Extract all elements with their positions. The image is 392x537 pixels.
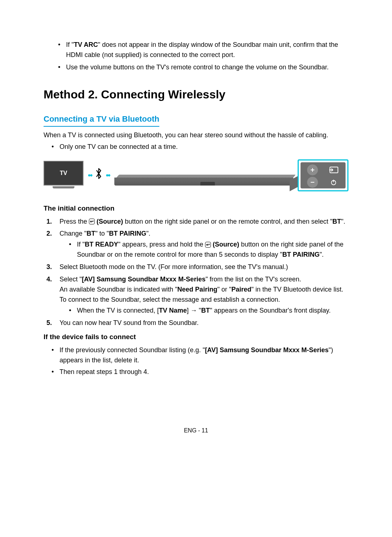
bt-ready-label: BT READY	[85, 241, 118, 248]
top-bullet-list: If "TV ARC" does not appear in the displ…	[44, 40, 348, 73]
volume-up-icon	[307, 164, 318, 175]
initial-connection-heading: The initial connection	[44, 203, 348, 213]
side-panel-callout	[298, 159, 348, 191]
step-5: You can now hear TV sound from the Sound…	[44, 318, 348, 328]
top-bullet-2: Use the volume buttons on the TV's remot…	[58, 62, 348, 73]
text: " to "	[95, 230, 109, 237]
step-1: Press the (Source) button on the right s…	[44, 217, 348, 227]
signal-dots-right: ••	[106, 169, 110, 182]
power-icon	[324, 177, 343, 188]
text: ".	[319, 251, 323, 258]
tv-screen: TV	[44, 161, 83, 186]
text: If "	[66, 41, 74, 48]
soundbar-icon	[114, 175, 293, 189]
intro-bullet: Only one TV can be connected at a time.	[52, 142, 348, 152]
intro-text: When a TV is connected using Bluetooth, …	[44, 130, 348, 141]
text: " appears on the Soundbar's front displa…	[210, 307, 331, 314]
text: An available Soundbar is indicated with …	[60, 286, 177, 293]
step-2-sub-bullet: If "BT READY" appears, press and hold th…	[69, 240, 348, 260]
text: " does not appear in the display window …	[66, 41, 338, 58]
device-name-label: [AV] Samsung Soundbar Mxxx M-Series	[205, 346, 329, 354]
bt-label: BT	[201, 307, 210, 314]
tv-name-label: TV Name	[159, 307, 187, 314]
bt-pairing-label: BT PAIRING	[109, 230, 146, 237]
side-panel	[301, 162, 346, 188]
bluetooth-icon	[95, 166, 103, 185]
fail-heading: If the device fails to connect	[44, 331, 348, 342]
text: Press the	[60, 218, 89, 225]
connection-diagram: TV •• ••	[44, 159, 348, 192]
tv-arc-label: TV ARC	[74, 41, 98, 48]
text: If "	[77, 241, 85, 248]
source-button-icon	[205, 242, 211, 248]
text: " from the list on the TV's screen.	[205, 276, 301, 283]
text: ".	[341, 218, 345, 225]
method-heading: Method 2. Connecting Wirelessly	[44, 86, 348, 104]
step-3: Select Bluetooth mode on the TV. (For mo…	[44, 262, 348, 272]
bt-label: BT	[86, 230, 95, 237]
text: Select "	[60, 276, 82, 283]
source-icon	[324, 164, 343, 175]
text: Change "	[60, 230, 86, 237]
source-button-icon	[89, 219, 95, 224]
source-label: (Source)	[211, 241, 239, 248]
text: ] → "	[187, 307, 201, 314]
signal-dots-left: ••	[88, 169, 92, 182]
fail-list: If the previously connected Soundbar lis…	[44, 345, 348, 377]
page-footer: ENG - 11	[0, 426, 392, 435]
text: When the TV is connected, [	[77, 307, 159, 314]
bt-label: BT	[332, 218, 341, 225]
step-4-sub-bullet: When the TV is connected, [TV Name] → "B…	[69, 306, 348, 316]
paired-label: Paired	[231, 286, 251, 293]
text: " or "	[217, 286, 232, 293]
step-2-sub: If "BT READY" appears, press and hold th…	[60, 240, 348, 260]
text: ".	[146, 230, 150, 237]
sub-heading: Connecting a TV via Bluetooth	[44, 113, 159, 127]
step-4-sub: When the TV is connected, [TV Name] → "B…	[60, 306, 348, 316]
step-4: Select "[AV] Samsung Soundbar Mxxx M-Ser…	[44, 274, 348, 316]
tv-icon: TV	[44, 161, 83, 190]
device-name-label: [AV] Samsung Soundbar Mxxx M-Series	[82, 276, 205, 283]
top-bullet-1: If "TV ARC" does not appear in the displ…	[58, 40, 348, 60]
steps-list: Press the (Source) button on the right s…	[44, 217, 348, 328]
source-label: (Source)	[95, 218, 123, 225]
tv-stand	[53, 186, 74, 188]
text: button on the right side panel or on the…	[123, 218, 332, 225]
intro-bullet-list: Only one TV can be connected at a time.	[44, 142, 348, 152]
volume-down-icon	[307, 177, 318, 188]
bt-pairing-label: BT PAIRING	[282, 251, 320, 258]
fail-bullet-2: Then repeat steps 1 through 4.	[52, 367, 348, 377]
need-pairing-label: Need Pairing	[177, 286, 217, 293]
text: If the previously connected Soundbar lis…	[60, 346, 205, 354]
text: " appears, press and hold the	[118, 241, 205, 248]
fail-bullet-1: If the previously connected Soundbar lis…	[52, 345, 348, 366]
step-2: Change "BT" to "BT PAIRING". If "BT READ…	[44, 229, 348, 260]
